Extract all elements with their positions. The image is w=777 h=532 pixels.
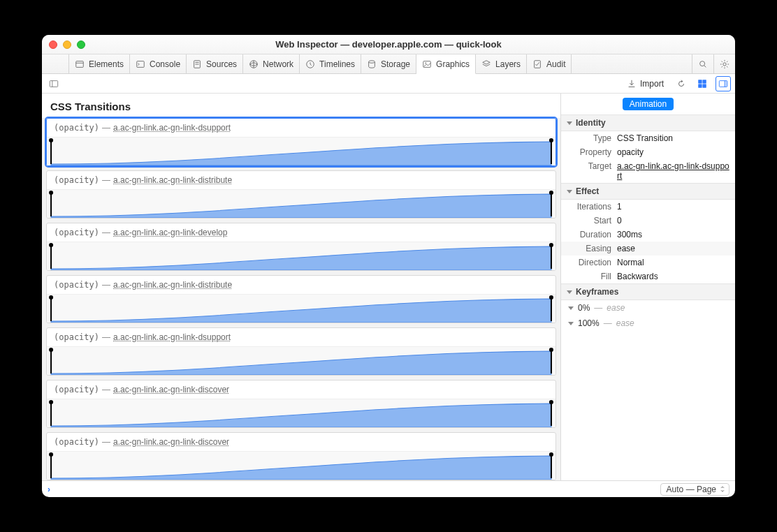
svg-point-22 [723, 62, 726, 65]
animation-card[interactable]: (opacity) — a.ac-gn-link.ac-gn-link-disc… [46, 380, 556, 428]
grid-view-button[interactable] [695, 76, 710, 91]
svg-point-37 [549, 138, 553, 142]
dock-bottom-icon[interactable] [52, 54, 59, 73]
download-icon [627, 79, 637, 89]
tab-network[interactable]: Network [243, 54, 300, 73]
effect-heading[interactable]: Effect [561, 183, 735, 200]
animation-property: (opacity) [54, 437, 99, 447]
layers-icon [481, 59, 491, 69]
tab-sources[interactable]: Sources [187, 54, 243, 73]
animation-target-link[interactable]: a.ac-gn-link.ac-gn-link-discover [113, 437, 229, 447]
dock-left-icon[interactable] [45, 54, 52, 73]
svg-rect-30 [703, 84, 706, 87]
svg-point-47 [49, 295, 53, 300]
tab-graphics[interactable]: Graphics [416, 54, 476, 74]
window-title: Web Inspector — developer.apple.com — qu… [42, 39, 735, 50]
main-pane[interactable]: CSS Transitions (opacity) — a.ac-gn-link… [42, 94, 560, 480]
animation-target-link[interactable]: a.ac-gn-link.ac-gn-link-develop [113, 228, 227, 237]
animation-property: (opacity) [54, 332, 99, 342]
network-icon [249, 59, 259, 69]
animation-tab-pill[interactable]: Animation [623, 98, 674, 110]
svg-point-35 [49, 138, 53, 142]
animation-target-link[interactable]: a.ac-gn-link.ac-gn-link-dsupport [113, 332, 231, 342]
audit-icon [532, 59, 542, 69]
animation-header: (opacity) — a.ac-gn-link.ac-gn-link-dsup… [47, 119, 555, 138]
animation-card[interactable]: (opacity) — a.ac-gn-link.ac-gn-link-dist… [46, 275, 556, 323]
svg-point-59 [49, 452, 53, 457]
svg-point-55 [49, 400, 53, 404]
tab-elements[interactable]: Elements [69, 54, 130, 73]
animation-card[interactable]: (opacity) — a.ac-gn-link.ac-gn-link-dist… [46, 170, 556, 219]
svg-point-45 [549, 243, 553, 247]
svg-rect-28 [703, 80, 706, 82]
animation-card[interactable]: (opacity) — a.ac-gn-link.ac-gn-link-disc… [46, 432, 556, 480]
svg-point-15 [369, 60, 375, 63]
chevron-down-icon [568, 322, 574, 325]
import-button[interactable]: Import [623, 79, 668, 89]
animation-header: (opacity) — a.ac-gn-link.ac-gn-link-dsup… [47, 328, 555, 347]
chevron-down-icon [567, 290, 572, 294]
right-sidebar-toggle[interactable] [716, 76, 731, 91]
animation-card[interactable]: (opacity) — a.ac-gn-link.ac-gn-link-dsup… [46, 327, 556, 376]
animation-header: (opacity) — a.ac-gn-link.ac-gn-link-disc… [47, 433, 555, 452]
console-prompt-icon[interactable]: › [48, 485, 50, 494]
svg-marker-18 [483, 60, 491, 64]
gear-icon [720, 59, 729, 69]
svg-point-61 [549, 452, 553, 457]
chevron-down-icon [568, 306, 574, 310]
svg-rect-9 [137, 61, 145, 67]
status-bar: › Auto — Page [42, 480, 735, 497]
svg-rect-23 [50, 80, 57, 87]
svg-point-57 [549, 400, 553, 404]
storage-icon [367, 59, 377, 69]
svg-rect-33 [725, 80, 727, 87]
dock-popout-icon[interactable] [59, 54, 66, 73]
tab-layers[interactable]: Layers [476, 54, 527, 73]
svg-rect-29 [699, 84, 702, 87]
animation-property: (opacity) [54, 280, 99, 290]
svg-rect-7 [76, 61, 84, 67]
search-button[interactable] [692, 54, 713, 73]
animation-header: (opacity) — a.ac-gn-link.ac-gn-link-deve… [47, 223, 555, 242]
tab-audit[interactable]: Audit [527, 54, 572, 73]
titlebar: Web Inspector — developer.apple.com — qu… [42, 35, 735, 54]
svg-rect-27 [699, 80, 702, 82]
identity-target-link[interactable]: a.ac-gn-link.ac-gn-link-dsupport [617, 161, 729, 181]
sidebar-tabs: Animation [561, 94, 735, 114]
tab-bar: Elements Console Sources Network Timelin… [42, 54, 735, 74]
animation-target-link[interactable]: a.ac-gn-link.ac-gn-link-distribute [113, 175, 232, 185]
keyframe-row[interactable]: 100% — ease [561, 316, 735, 331]
animation-property: (opacity) [54, 385, 99, 394]
animation-target-link[interactable]: a.ac-gn-link.ac-gn-link-discover [113, 385, 229, 394]
animation-curve [47, 242, 555, 270]
animation-curve [47, 452, 555, 480]
animation-card[interactable]: (opacity) — a.ac-gn-link.ac-gn-link-dsup… [46, 118, 556, 166]
animation-target-link[interactable]: a.ac-gn-link.ac-gn-link-distribute [113, 280, 232, 290]
chevron-down-icon [567, 121, 572, 125]
identity-heading[interactable]: Identity [561, 114, 735, 131]
timelines-icon [305, 59, 315, 69]
settings-button[interactable] [713, 54, 735, 73]
keyframe-row[interactable]: 0% — ease [561, 300, 735, 316]
animation-curve [47, 399, 555, 427]
animation-curve [47, 190, 555, 218]
left-sidebar-toggle[interactable] [46, 76, 61, 91]
animation-curve [47, 138, 555, 165]
search-icon [698, 59, 708, 69]
svg-point-53 [549, 348, 553, 352]
animation-target-link[interactable]: a.ac-gn-link.ac-gn-link-dsupport [113, 123, 231, 133]
tab-timelines[interactable]: Timelines [300, 54, 361, 73]
animation-card[interactable]: (opacity) — a.ac-gn-link.ac-gn-link-deve… [46, 223, 556, 271]
svg-point-17 [425, 62, 426, 64]
console-icon [136, 59, 145, 69]
svg-point-43 [49, 243, 53, 247]
keyframes-heading[interactable]: Keyframes [561, 283, 735, 300]
svg-point-41 [549, 191, 553, 195]
tab-storage[interactable]: Storage [361, 54, 416, 73]
svg-line-21 [704, 65, 706, 67]
context-dropdown[interactable]: Auto — Page [660, 483, 729, 496]
refresh-button[interactable] [674, 76, 689, 91]
animation-property: (opacity) [54, 175, 99, 185]
tab-console[interactable]: Console [130, 54, 187, 73]
dock-buttons [42, 54, 69, 73]
